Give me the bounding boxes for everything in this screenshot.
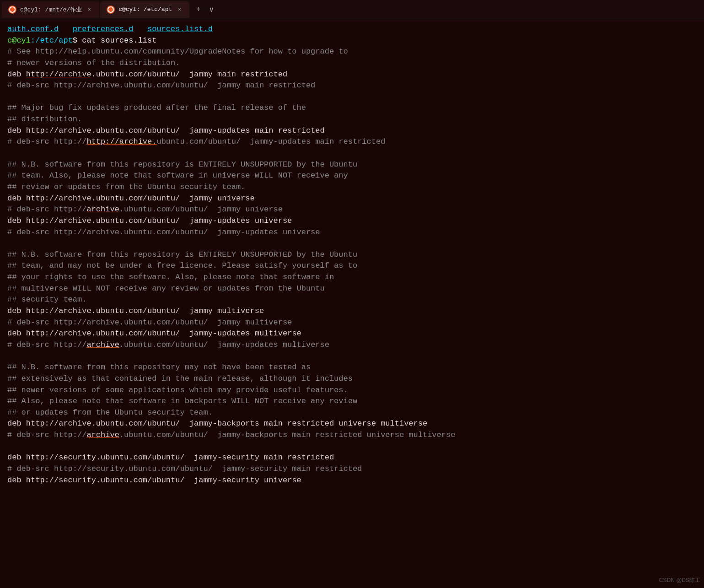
blank-4 bbox=[7, 351, 697, 362]
line-major-2: ## distribution. bbox=[7, 114, 697, 125]
deb-src-line-6: # deb-src http://archive.ubuntu.com/ubun… bbox=[7, 340, 697, 351]
watermark: CSDN @DS陈工 bbox=[659, 577, 700, 584]
deb-src-line-7: # deb-src http://archive.ubuntu.com/ubun… bbox=[7, 430, 697, 441]
terminal-content: auth.conf.d preferences.d sources.list.d… bbox=[0, 19, 704, 588]
line-nb3-3: ## newer versions of some applications w… bbox=[7, 385, 697, 396]
tab-2-title: c@cyl: /etc/apt bbox=[118, 6, 172, 13]
deb-src-line-5: # deb-src http://archive.ubuntu.com/ubun… bbox=[7, 317, 697, 329]
ubuntu-icon-tab2 bbox=[107, 5, 115, 14]
deb-security-2: deb http://security.ubuntu.com/ubuntu/ j… bbox=[7, 475, 697, 486]
prompt-line: c@cyl:/etc/apt$ cat sources.list bbox=[7, 35, 697, 47]
deb-src-line-1: # deb-src http://archive.ubuntu.com/ubun… bbox=[7, 80, 697, 92]
line-nb3-4: ## Also, please note that software in ba… bbox=[7, 396, 697, 407]
sources-list-link[interactable]: sources.list.d bbox=[147, 25, 213, 33]
line-nb-2: ## team. Also, please note that software… bbox=[7, 170, 697, 182]
tab-actions: + ∨ bbox=[192, 3, 218, 16]
blank-5 bbox=[7, 441, 697, 453]
line-nb2-3: ## your rights to use the software. Also… bbox=[7, 272, 697, 283]
archive-link-2: http://archive. bbox=[86, 137, 156, 146]
archive-link-1: http://archive bbox=[26, 70, 91, 79]
deb-line-4: deb http://archive.ubuntu.com/ubuntu/ ja… bbox=[7, 216, 697, 227]
tab-1-close[interactable]: ✕ bbox=[86, 6, 93, 13]
line-nb-3: ## review or updates from the Ubuntu sec… bbox=[7, 182, 697, 193]
line-nb-1: ## N.B. software from this repository is… bbox=[7, 159, 697, 171]
prompt-path: :/etc/apt bbox=[31, 36, 73, 45]
blank-1 bbox=[7, 92, 697, 103]
archive-link-5: archive bbox=[86, 431, 119, 439]
archive-link-3: archive bbox=[86, 205, 119, 214]
tab-2[interactable]: c@cyl: /etc/apt ✕ bbox=[100, 1, 189, 18]
line-nb2-1: ## N.B. software from this repository is… bbox=[7, 249, 697, 261]
line-major-1: ## Major bug fix updates produced after … bbox=[7, 102, 697, 114]
deb-src-line-2: # deb-src http://http://archive.ubuntu.c… bbox=[7, 136, 697, 148]
line-comment-1: # See http://help.ubuntu.com/community/U… bbox=[7, 46, 697, 58]
line-nb2-2: ## team, and may not be under a free lic… bbox=[7, 260, 697, 272]
prompt-dollar: $ bbox=[73, 36, 82, 45]
line-nb3-2: ## extensively as that contained in the … bbox=[7, 373, 697, 385]
prompt-user: c@cyl bbox=[7, 36, 31, 45]
line-comment-2: # newer versions of the distribution. bbox=[7, 58, 697, 69]
deb-security-1: deb http://security.ubuntu.com/ubuntu/ j… bbox=[7, 452, 697, 464]
line-nb2-5: ## security team. bbox=[7, 294, 697, 306]
deb-line-1: deb http://archive.ubuntu.com/ubuntu/ ja… bbox=[7, 69, 697, 81]
line-nb2-4: ## multiverse WILL NOT receive any revie… bbox=[7, 283, 697, 295]
tab-2-close[interactable]: ✕ bbox=[176, 6, 183, 13]
tab-1-title: c@cyl: /mnt/e/作业 bbox=[20, 5, 82, 14]
tab-bar: c@cyl: /mnt/e/作业 ✕ c@cyl: /etc/apt ✕ + ∨ bbox=[0, 0, 704, 19]
deb-line-7: deb http://archive.ubuntu.com/ubuntu/ ja… bbox=[7, 418, 697, 430]
deb-src-line-4: # deb-src http://archive.ubuntu.com/ubun… bbox=[7, 227, 697, 238]
deb-line-2: deb http://archive.ubuntu.com/ubuntu/ ja… bbox=[7, 125, 697, 137]
ubuntu-icon-tab1 bbox=[8, 5, 16, 14]
line-nb3-1: ## N.B. software from this repository ma… bbox=[7, 362, 697, 373]
preferences-link[interactable]: preferences.d bbox=[73, 25, 134, 33]
line-nb3-5: ## or updates from the Ubuntu security t… bbox=[7, 407, 697, 419]
deb-line-6: deb http://archive.ubuntu.com/ubuntu/ ja… bbox=[7, 328, 697, 340]
archive-link-4: archive bbox=[86, 340, 119, 349]
tab-1[interactable]: c@cyl: /mnt/e/作业 ✕ bbox=[2, 1, 99, 18]
deb-line-5: deb http://archive.ubuntu.com/ubuntu/ ja… bbox=[7, 306, 697, 317]
blank-3 bbox=[7, 238, 697, 249]
prompt-command: cat sources.list bbox=[82, 36, 156, 45]
tab-dropdown-button[interactable]: ∨ bbox=[205, 3, 218, 16]
deb-src-security-1: # deb-src http://security.ubuntu.com/ubu… bbox=[7, 464, 697, 475]
deb-line-3: deb http://archive.ubuntu.com/ubuntu/ ja… bbox=[7, 193, 697, 205]
blank-2 bbox=[7, 148, 697, 159]
new-tab-button[interactable]: + bbox=[192, 3, 205, 16]
path-links-line: auth.conf.d preferences.d sources.list.d bbox=[7, 24, 697, 35]
auth-conf-link[interactable]: auth.conf.d bbox=[7, 25, 59, 33]
deb-src-line-3: # deb-src http://archive.ubuntu.com/ubun… bbox=[7, 204, 697, 216]
